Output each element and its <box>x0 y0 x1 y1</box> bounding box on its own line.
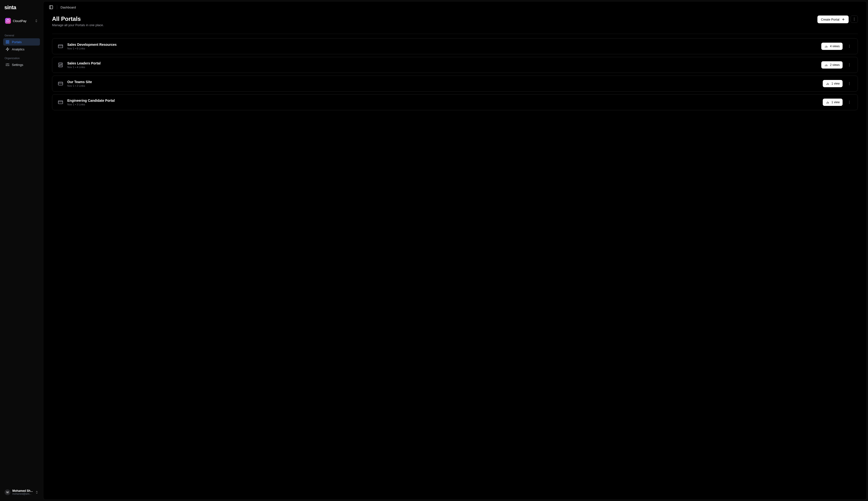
portal-type-icon <box>58 43 63 49</box>
portal-card[interactable]: Our Teams Site Nov 1 • 2 Links 1 view <box>52 76 858 92</box>
portal-info: Our Teams Site Nov 1 • 2 Links <box>67 80 819 87</box>
portal-card[interactable]: Engineering Candidate Portal Nov 1 • 3 L… <box>52 94 858 110</box>
svg-point-35 <box>849 65 849 65</box>
row-menu-button[interactable] <box>846 43 852 49</box>
svg-point-28 <box>849 46 849 46</box>
svg-point-51 <box>849 102 849 103</box>
more-vertical-icon <box>852 17 856 21</box>
sidebar-footer: M Mohamed Sh... mohamed@sint... <box>0 488 43 497</box>
header-actions: Create Portal <box>817 15 858 23</box>
topbar: Dashboard <box>43 1 867 13</box>
sidebar-item-settings[interactable]: Settings <box>3 61 40 68</box>
views-badge[interactable]: 1 view <box>823 99 843 106</box>
svg-rect-37 <box>58 82 63 85</box>
row-menu-button[interactable] <box>846 99 852 105</box>
portal-meta: Nov 1 • 4 Links <box>67 66 817 68</box>
sidebar-item-portals[interactable]: Portals <box>3 38 40 45</box>
chevrons-up-down-icon <box>35 19 38 22</box>
portal-info: Engineering Candidate Portal Nov 1 • 3 L… <box>67 99 819 106</box>
svg-point-21 <box>854 20 855 21</box>
portal-info: Sales Development Resources Nov 1 • 6 Li… <box>67 43 817 50</box>
nav-section-label: Organization <box>3 55 40 61</box>
user-menu[interactable]: M Mohamed Sh... mohamed@sint... <box>3 488 40 497</box>
svg-rect-0 <box>7 20 9 22</box>
sidebar-item-label: Analytics <box>12 47 24 51</box>
views-badge[interactable]: 1 view <box>823 80 843 87</box>
portal-meta: Nov 1 • 2 Links <box>67 84 819 87</box>
svg-rect-2 <box>8 41 9 42</box>
workspace-icon <box>5 18 11 24</box>
svg-point-36 <box>849 66 849 66</box>
svg-point-50 <box>849 101 849 101</box>
page-header: All Portals Manage all your Portals in o… <box>52 15 858 27</box>
portal-card[interactable]: Sales Leaders Portal Nov 1 • 4 Links 2 v… <box>52 57 858 73</box>
svg-point-29 <box>849 47 849 48</box>
portal-meta: Nov 1 • 6 Links <box>67 47 817 50</box>
portal-type-icon <box>58 81 63 86</box>
svg-rect-4 <box>8 42 9 43</box>
svg-point-19 <box>854 18 855 18</box>
user-name: Mohamed Sh... <box>12 489 33 492</box>
create-portal-button[interactable]: Create Portal <box>817 15 849 23</box>
svg-point-42 <box>849 82 849 83</box>
content: All Portals Manage all your Portals in o… <box>43 13 867 500</box>
page-title: All Portals <box>52 15 104 22</box>
more-options-button[interactable] <box>850 15 858 23</box>
svg-point-43 <box>849 83 849 84</box>
row-menu-button[interactable] <box>846 62 852 68</box>
panel-toggle-button[interactable] <box>49 5 54 10</box>
portals-icon <box>6 40 9 44</box>
user-email: mohamed@sint... <box>12 492 33 495</box>
sidebar: sinta CloudPay General P <box>0 0 43 501</box>
row-menu-button[interactable] <box>846 81 852 86</box>
bar-chart-icon <box>826 100 829 104</box>
bar-chart-icon <box>826 82 829 86</box>
views-count: 4 views <box>830 45 840 48</box>
more-vertical-icon <box>847 44 851 48</box>
button-label: Create Portal <box>821 18 839 21</box>
svg-rect-22 <box>58 45 63 48</box>
views-count: 2 views <box>830 63 840 67</box>
more-vertical-icon <box>847 82 851 86</box>
svg-point-52 <box>849 103 849 104</box>
avatar: M <box>4 489 10 495</box>
portal-card[interactable]: Sales Development Resources Nov 1 • 6 Li… <box>52 38 858 54</box>
divider <box>57 5 57 9</box>
main: Dashboard All Portals Manage all your Po… <box>43 1 867 500</box>
views-count: 1 view <box>832 100 840 104</box>
views-badge[interactable]: 4 views <box>821 43 843 50</box>
user-info: Mohamed Sh... mohamed@sint... <box>12 489 33 495</box>
chevrons-up-down-icon <box>35 491 39 494</box>
views-count: 1 view <box>832 82 840 85</box>
plus-icon <box>842 18 845 21</box>
svg-point-20 <box>854 19 855 19</box>
settings-icon <box>6 63 9 67</box>
portal-list: Sales Development Resources Nov 1 • 6 Li… <box>52 38 858 110</box>
sidebar-item-label: Settings <box>12 63 23 67</box>
nav-section-general: General Portals Analytics <box>0 32 43 53</box>
svg-rect-45 <box>58 101 63 104</box>
portal-type-icon <box>58 62 63 68</box>
nav-section-label: General <box>3 32 40 38</box>
bar-chart-icon <box>824 63 828 67</box>
sidebar-item-label: Portals <box>12 40 22 44</box>
svg-point-34 <box>849 63 849 64</box>
portal-title: Engineering Candidate Portal <box>67 99 819 103</box>
portal-info: Sales Leaders Portal Nov 1 • 4 Links <box>67 61 817 68</box>
bar-chart-icon <box>824 44 828 48</box>
svg-rect-15 <box>50 6 53 9</box>
more-vertical-icon <box>847 100 851 104</box>
divider <box>52 34 858 34</box>
analytics-icon <box>6 47 9 51</box>
portal-type-icon <box>58 99 63 105</box>
workspace-switcher[interactable]: CloudPay <box>3 17 40 25</box>
sidebar-item-analytics[interactable]: Analytics <box>3 45 40 53</box>
page-subtitle: Manage all your Portals in one place. <box>52 23 104 27</box>
more-vertical-icon <box>847 63 851 67</box>
breadcrumb: Dashboard <box>61 6 76 9</box>
views-badge[interactable]: 2 views <box>821 61 843 68</box>
portal-title: Sales Leaders Portal <box>67 61 817 65</box>
portal-title: Sales Development Resources <box>67 43 817 46</box>
nav-section-organization: Organization Settings <box>0 55 43 68</box>
svg-rect-3 <box>6 42 7 43</box>
